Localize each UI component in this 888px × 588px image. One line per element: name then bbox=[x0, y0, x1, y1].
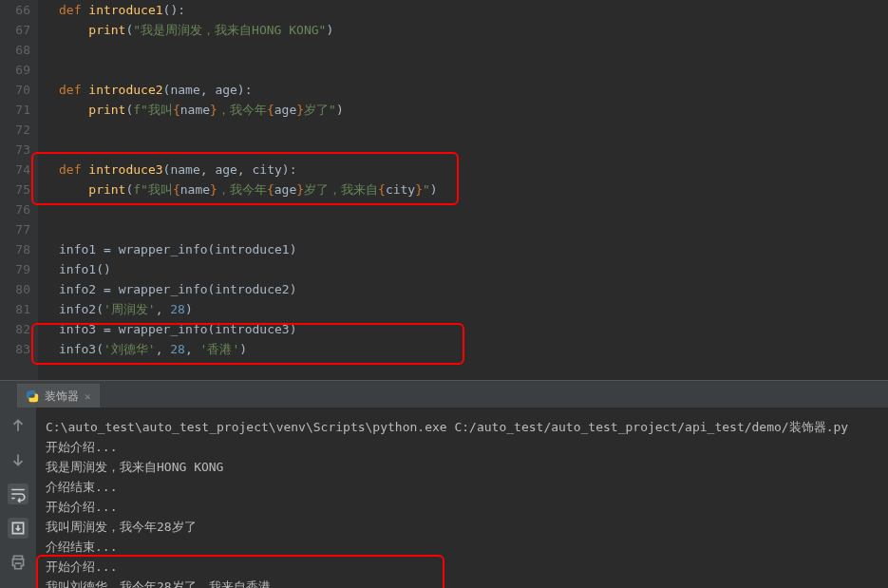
line-number: 69 bbox=[0, 60, 30, 80]
scroll-up-button[interactable] bbox=[8, 415, 28, 436]
line-number: 76 bbox=[0, 199, 30, 219]
code-line-80[interactable]: info2 = wrapper_info(introduce2) bbox=[59, 279, 888, 299]
line-number: 70 bbox=[0, 80, 30, 100]
params: (): bbox=[163, 3, 185, 17]
code-line-78[interactable]: info1 = wrapper_info(introduce1) bbox=[59, 239, 888, 259]
code-editor[interactable]: 66 67 68 69 70 71 72 73 74 75 76 77 78 7… bbox=[0, 0, 888, 380]
output-line: 我叫刘德华，我今年28岁了，我来自香港 bbox=[46, 577, 888, 588]
code-column[interactable]: def introduce1(): print("我是周润发，我来自HONG K… bbox=[38, 0, 888, 380]
line-number: 79 bbox=[0, 259, 30, 279]
function-name: introduce1 bbox=[88, 3, 162, 17]
run-tool-window: 装饰器 ✕ C:\auto_test\auto_test_project\ven… bbox=[0, 380, 888, 588]
line-number: 78 bbox=[0, 239, 30, 259]
string-literal: "我是周润发，我来自HONG KONG" bbox=[133, 23, 326, 37]
output-line: 开始介绍... bbox=[46, 497, 888, 517]
output-line: 介绍结束... bbox=[46, 477, 888, 497]
params: (name, age): bbox=[163, 83, 253, 97]
console-output[interactable]: C:\auto_test\auto_test_project\venv\Scri… bbox=[36, 408, 888, 588]
code-line-72[interactable] bbox=[59, 120, 888, 140]
code-line-76[interactable] bbox=[59, 199, 888, 219]
builtin-print: print bbox=[88, 23, 125, 37]
output-line: 开始介绍... bbox=[46, 437, 888, 457]
line-number: 74 bbox=[0, 160, 30, 180]
code-line-68[interactable] bbox=[59, 40, 888, 60]
keyword-def: def bbox=[59, 162, 88, 177]
output-line: 我叫周润发，我今年28岁了 bbox=[46, 517, 888, 537]
code-line-67[interactable]: print("我是周润发，我来自HONG KONG") bbox=[59, 20, 888, 40]
builtin-print: print bbox=[88, 103, 125, 117]
keyword-def: def bbox=[59, 3, 88, 17]
console-toolbar bbox=[0, 408, 36, 588]
output-line: 开始介绍... bbox=[46, 557, 888, 577]
output-line: C:\auto_test\auto_test_project\venv\Scri… bbox=[46, 417, 888, 437]
params: (name, age, city): bbox=[163, 162, 297, 177]
line-number: 75 bbox=[0, 180, 30, 199]
line-number: 80 bbox=[0, 279, 30, 299]
call: wrapper_info bbox=[119, 282, 208, 296]
line-number: 77 bbox=[0, 219, 30, 239]
scroll-down-button[interactable] bbox=[8, 449, 28, 470]
code-line-75[interactable]: print(f"我叫{name}，我今年{age}岁了，我来自{city}") bbox=[59, 180, 888, 199]
run-tab-label: 装饰器 bbox=[45, 389, 79, 405]
code-line-74[interactable]: def introduce3(name, age, city): bbox=[59, 160, 888, 180]
call: wrapper_info bbox=[119, 322, 208, 336]
line-number: 73 bbox=[0, 140, 30, 160]
line-number: 72 bbox=[0, 120, 30, 140]
code-line-70[interactable]: def introduce2(name, age): bbox=[59, 80, 888, 100]
scroll-to-end-button[interactable] bbox=[8, 518, 28, 539]
code-line-73[interactable] bbox=[59, 140, 888, 160]
keyword-def: def bbox=[59, 83, 88, 97]
line-number: 83 bbox=[0, 339, 30, 359]
code-line-81[interactable]: info2('周润发', 28) bbox=[59, 299, 888, 319]
call: wrapper_info bbox=[119, 242, 208, 256]
line-number: 68 bbox=[0, 40, 30, 60]
line-number-gutter: 66 67 68 69 70 71 72 73 74 75 76 77 78 7… bbox=[0, 0, 38, 380]
console-tabbar: 装饰器 ✕ bbox=[0, 381, 888, 408]
python-file-icon bbox=[26, 389, 39, 403]
code-line-79[interactable]: info1() bbox=[59, 259, 888, 279]
line-number: 71 bbox=[0, 100, 30, 120]
line-number: 67 bbox=[0, 20, 30, 40]
code-line-71[interactable]: print(f"我叫{name}，我今年{age}岁了") bbox=[59, 100, 888, 120]
line-number: 81 bbox=[0, 299, 30, 319]
line-number: 66 bbox=[0, 0, 30, 20]
code-line-83[interactable]: info3('刘德华', 28, '香港') bbox=[59, 339, 888, 359]
function-name: introduce2 bbox=[88, 83, 162, 97]
line-number: 82 bbox=[0, 319, 30, 339]
output-line: 我是周润发，我来自HONG KONG bbox=[46, 457, 888, 477]
close-icon[interactable]: ✕ bbox=[85, 390, 91, 403]
code-line-82[interactable]: info3 = wrapper_info(introduce3) bbox=[59, 319, 888, 339]
soft-wrap-button[interactable] bbox=[8, 484, 28, 504]
output-line: 介绍结束... bbox=[46, 537, 888, 557]
code-line-77[interactable] bbox=[59, 219, 888, 239]
code-line-69[interactable] bbox=[59, 60, 888, 80]
code-line-66[interactable]: def introduce1(): bbox=[59, 0, 888, 20]
builtin-print: print bbox=[88, 182, 125, 197]
print-button[interactable] bbox=[8, 552, 28, 573]
run-tab[interactable]: 装饰器 ✕ bbox=[17, 384, 100, 408]
function-name: introduce3 bbox=[88, 162, 162, 177]
